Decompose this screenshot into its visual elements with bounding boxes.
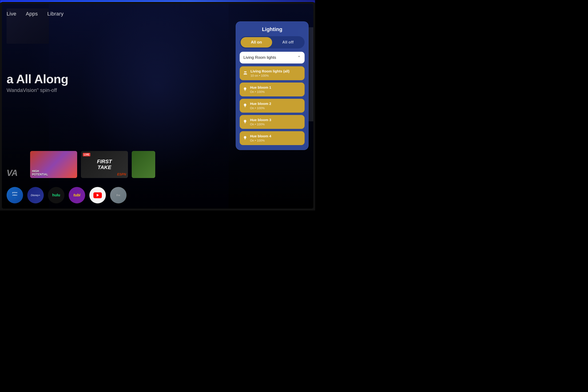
first-take-label: FIRSTTAKE xyxy=(97,159,112,170)
thumbnail-partial[interactable] xyxy=(132,151,155,178)
chevron-up-icon: ⌃ xyxy=(297,55,301,60)
all-on-button[interactable]: All on xyxy=(240,37,272,48)
tv-bezel: Live Apps Library a All Along WandaVisio… xyxy=(0,2,315,210)
hero-subtitle: WandaVision" spin-off xyxy=(6,87,57,93)
light-status-bloom3: On • 100% xyxy=(250,122,301,126)
nav-item-live[interactable]: Live xyxy=(6,11,16,17)
thumbnails-row: HIGHPOTENTIAL LIVE FIRSTTAKE ESPN xyxy=(30,151,155,178)
thumbnail-first-take[interactable]: LIVE FIRSTTAKE ESPN xyxy=(81,151,128,178)
nav-item-apps[interactable]: Apps xyxy=(26,11,38,17)
thumbnail-high-potential[interactable]: HIGHPOTENTIAL xyxy=(30,151,77,178)
light-name-bloom3: Hue bloom 3 xyxy=(250,118,301,122)
light-item-bloom3[interactable]: Hue bloom 3 On • 100% xyxy=(240,115,304,129)
light-status-bloom4: On • 100% xyxy=(250,139,301,142)
light-status-bloom2: On • 100% xyxy=(250,106,301,110)
app-hulu[interactable]: hulu xyxy=(48,187,64,204)
lighting-panel: Lighting All on All off Living Room ligh… xyxy=(236,22,308,150)
svg-point-0 xyxy=(244,71,245,72)
thumbnail-label: HIGHPOTENTIAL xyxy=(32,170,48,176)
light-info-all: Living Room lights (all) 10 on • 100% xyxy=(250,69,301,77)
light-item-bloom1[interactable]: Hue bloom 1 On • 100% xyxy=(240,82,304,96)
group-light-icon xyxy=(243,70,248,76)
bulb-icon-3 xyxy=(243,119,247,125)
all-off-button[interactable]: All off xyxy=(272,37,304,48)
tv-screen: Live Apps Library a All Along WandaVisio… xyxy=(2,4,313,208)
light-info-bloom2: Hue bloom 2 On • 100% xyxy=(250,102,301,110)
hero-title: a All Along xyxy=(6,72,68,86)
app-youtube[interactable] xyxy=(90,187,106,204)
light-info-bloom4: Hue bloom 4 On • 100% xyxy=(250,134,301,142)
app-disney-plus[interactable]: Disney+ xyxy=(27,187,44,204)
bulb-icon-2 xyxy=(243,103,247,109)
top-navigation: Live Apps Library xyxy=(6,11,64,17)
light-name-all: Living Room lights (all) xyxy=(250,69,301,73)
lighting-toggle: All on All off xyxy=(240,36,304,48)
live-badge: LIVE xyxy=(83,153,90,156)
light-item-bloom2[interactable]: Hue bloom 2 On • 100% xyxy=(240,99,304,113)
light-name-bloom2: Hue bloom 2 xyxy=(250,102,301,106)
room-name: Living Room lights xyxy=(244,55,276,60)
light-status-bloom1: On • 100% xyxy=(250,90,301,94)
app-tubi[interactable]: tubi xyxy=(69,187,85,204)
light-status-all: 10 on • 100% xyxy=(250,74,301,77)
tv-background: Live Apps Library a All Along WandaVisio… xyxy=(0,0,315,210)
light-name-bloom4: Hue bloom 4 xyxy=(250,134,301,138)
bulb-icon-1 xyxy=(243,87,247,92)
panel-title: Lighting xyxy=(240,26,304,32)
tubi-label: tubi xyxy=(74,193,80,197)
nav-item-library[interactable]: Library xyxy=(47,11,64,17)
apps-row: primevideo → Disney+ hulu tubi xyxy=(6,187,126,204)
bulb-icon-4 xyxy=(243,136,247,141)
svg-point-1 xyxy=(245,71,246,72)
light-item-all[interactable]: Living Room lights (all) 10 on • 100% xyxy=(240,66,304,80)
room-selector[interactable]: Living Room lights ⌃ xyxy=(240,52,304,64)
light-item-bloom4[interactable]: Hue bloom 4 On • 100% xyxy=(240,131,304,145)
va-logo: VA xyxy=(6,168,18,178)
hulu-label: hulu xyxy=(52,193,60,197)
app-fre[interactable]: Fre xyxy=(110,187,126,204)
light-info-bloom1: Hue bloom 1 On • 100% xyxy=(250,85,301,94)
light-info-bloom3: Hue bloom 3 On • 100% xyxy=(250,118,301,126)
light-name-bloom1: Hue bloom 1 xyxy=(250,85,301,90)
app-prime-video[interactable]: primevideo → xyxy=(6,187,23,204)
